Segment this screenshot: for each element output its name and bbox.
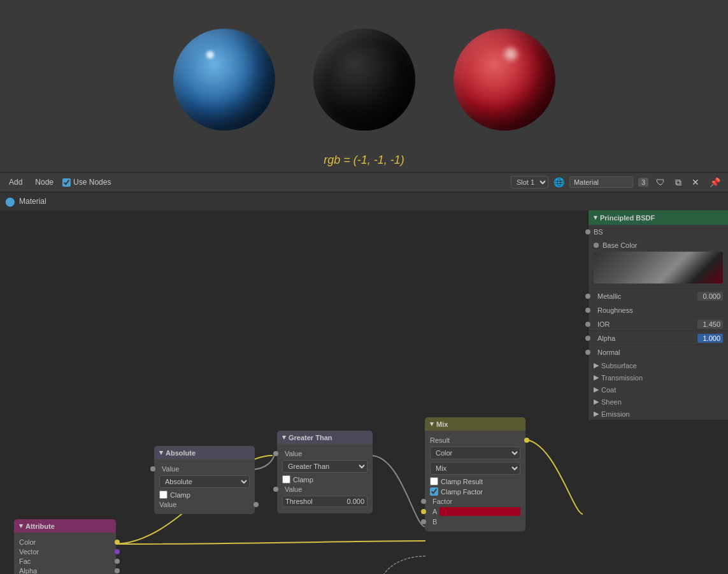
gt1-value-in2-socket[interactable] [273, 487, 278, 492]
bsdf-roughness-socket[interactable] [585, 308, 590, 313]
abs-select-row: Absolute [159, 475, 250, 488]
gt1-clamp-row: Clamp [282, 475, 368, 484]
attr1-fac-socket[interactable] [115, 559, 120, 564]
breadcrumb-label: Material [19, 197, 46, 206]
attr1-alpha-label: Alpha [19, 567, 37, 574]
attr1-fac-row: Fac [19, 557, 111, 565]
breadcrumb: ⬤ Material [0, 192, 728, 210]
bsdf-sheen-btn[interactable]: ▶ Sheen [589, 396, 728, 408]
attr1-vector-socket[interactable] [115, 549, 120, 554]
bsdf-coat-label: Coat [601, 386, 616, 394]
collapse-icon-mix1[interactable]: ▾ [430, 420, 434, 428]
gt1-threshold-row: Threshol 0.000 [282, 496, 368, 507]
abs-value-out-socket[interactable] [253, 502, 259, 507]
collapse-icon-gt1[interactable]: ▾ [282, 433, 286, 441]
mix1-result-socket[interactable] [524, 438, 529, 443]
absolute-node-title: Absolute [166, 449, 196, 457]
bsdf-base-color-socket[interactable] [594, 243, 599, 248]
mix1-body: Result Color Mix Clamp Result Clamp Fact… [425, 431, 525, 531]
bsdf-alpha-label: Alpha [597, 334, 697, 342]
bsdf-ior-label: IOR [597, 320, 697, 328]
mix1-clamp-result-cb[interactable] [430, 477, 438, 485]
bsdf-base-color-section: Base Color [589, 239, 728, 289]
attribute-node-1-header[interactable]: ▾ Attribute [14, 519, 116, 533]
abs-value-out-label: Value [159, 501, 176, 508]
gt1-threshold-value: 0.000 [313, 498, 364, 505]
bsdf-bs-label-row: BS [589, 225, 728, 239]
gt1-select-row: Greater Than [282, 460, 368, 473]
mix1-header[interactable]: ▾ Mix [425, 417, 525, 431]
bsdf-roughness-label: Roughness [597, 306, 723, 314]
abs-clamp-label: Clamp [170, 491, 190, 499]
bsdf-transmission-btn[interactable]: ▶ Transmission [589, 371, 728, 384]
sphere-black [313, 29, 415, 131]
gt1-value-in-socket[interactable] [273, 451, 278, 456]
attr1-vector-row: Vector [19, 548, 111, 556]
mix1-result-row: Result [430, 436, 520, 444]
collapse-icon-attr1[interactable]: ▾ [19, 522, 23, 530]
rgb-label: rgb = (-1, -1, -1) [324, 154, 404, 167]
gt1-threshold-label: Threshol [285, 498, 313, 505]
mix1-clamp-factor-label: Clamp Factor [441, 488, 483, 496]
bsdf-roughness-row: Roughness [589, 303, 728, 317]
bsdf-out-socket[interactable] [585, 229, 590, 234]
num-badge: 3 [638, 178, 648, 187]
mix1-blend-select[interactable]: Mix [430, 462, 520, 475]
use-nodes-checkbox[interactable] [62, 178, 71, 187]
gt1-clamp-label: Clamp [293, 476, 313, 484]
close-icon[interactable]: ✕ [689, 176, 702, 189]
gt1-title: Greater Than [289, 434, 332, 441]
chevron-right-icon-coat: ▶ [594, 385, 599, 394]
bsdf-emission-btn[interactable]: ▶ Emission [589, 408, 728, 420]
mix1-factor-socket[interactable] [421, 499, 426, 504]
bsdf-coat-btn[interactable]: ▶ Coat [589, 384, 728, 396]
preview-area: rgb = (-1, -1, -1) [0, 0, 728, 172]
bsdf-subsurface-btn[interactable]: ▶ Subsurface [589, 359, 728, 371]
collapse-icon-bsdf[interactable]: ▾ [594, 213, 597, 222]
mix1-factor-label: Factor [432, 498, 452, 505]
bsdf-bs-label: BS [594, 228, 723, 236]
pin-icon[interactable]: 📌 [707, 176, 723, 189]
mix1-clamp-factor-cb[interactable] [430, 487, 438, 496]
abs-clamp-row: Clamp [159, 491, 250, 499]
attribute-node-1-title: Attribute [25, 522, 55, 530]
attr1-color-socket[interactable] [115, 540, 120, 545]
toolbar: Add Node Use Nodes Slot 1 🌐 3 🛡 ⧉ ✕ 📌 [0, 172, 728, 192]
abs-select[interactable]: Absolute [159, 475, 250, 488]
add-button[interactable]: Add [5, 176, 26, 188]
mix1-a-color-swatch [439, 507, 520, 516]
mix1-a-socket[interactable] [421, 509, 426, 514]
abs-clamp-checkbox[interactable] [159, 491, 168, 499]
mix1-a-label: A [432, 508, 437, 515]
slot-select[interactable]: Slot 1 [511, 176, 548, 189]
gt1-clamp-checkbox[interactable] [282, 475, 290, 484]
attr1-alpha-socket[interactable] [115, 568, 120, 573]
sphere-red [453, 29, 555, 131]
copy-icon[interactable]: ⧉ [673, 176, 684, 189]
chevron-right-icon-emission: ▶ [594, 410, 599, 418]
node-editor-area[interactable]: ▾ Attribute Color Vector Fac Alpha Type: [0, 210, 728, 574]
material-name-input[interactable] [569, 176, 633, 188]
node-button[interactable]: Node [31, 176, 57, 188]
mix1-factor-row: Factor [430, 498, 520, 505]
use-nodes-checkbox-label[interactable]: Use Nodes [62, 178, 111, 187]
mix1-blend-mode-row: Mix [430, 462, 520, 475]
bsdf-sheen-label: Sheen [601, 398, 622, 406]
attribute-node-1-body: Color Vector Fac Alpha Type: Object [14, 533, 116, 574]
gt1-select[interactable]: Greater Than [282, 460, 368, 473]
abs-value-in-socket[interactable] [150, 466, 155, 471]
bsdf-base-color-header: Base Color [594, 241, 723, 249]
collapse-icon-abs[interactable]: ▾ [159, 448, 163, 457]
mix1-color-select[interactable]: Color [430, 447, 520, 459]
gt1-body: Value Greater Than Clamp Value Threshol … [277, 444, 373, 513]
mix1-b-socket[interactable] [421, 519, 426, 524]
absolute-node-header[interactable]: ▾ Absolute [154, 446, 255, 459]
bsdf-ior-socket[interactable] [585, 322, 590, 327]
bsdf-metallic-socket[interactable] [585, 294, 590, 299]
shield-icon[interactable]: 🛡 [653, 176, 667, 189]
bsdf-title: Principled BSDF [600, 214, 655, 222]
gt1-header[interactable]: ▾ Greater Than [277, 431, 373, 444]
bsdf-normal-socket[interactable] [585, 350, 590, 355]
bsdf-alpha-socket[interactable] [585, 336, 590, 341]
absolute-node: ▾ Absolute Value Absolute Clamp Value [154, 446, 255, 514]
